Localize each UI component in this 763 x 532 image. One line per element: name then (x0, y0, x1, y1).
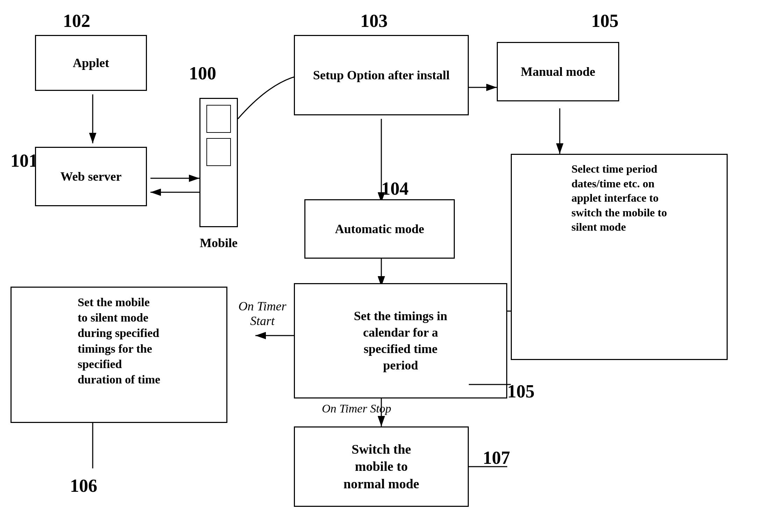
label-105b: 105 (507, 381, 535, 402)
manual-mode-label: Manual mode (521, 64, 595, 80)
label-107: 107 (483, 447, 510, 468)
mobile-label-box: Mobile (185, 231, 252, 255)
box-switch-normal: Switch the mobile to normal mode (294, 426, 469, 507)
mobile-text: Mobile (200, 235, 238, 251)
box-applet: Applet (35, 35, 147, 91)
mobile-screen-bottom (206, 138, 231, 166)
select-time-label: Select time period dates/time etc. on ap… (572, 162, 667, 235)
box-webserver: Web server (35, 147, 147, 206)
label-103: 103 (360, 10, 388, 31)
label-105a: 105 (591, 10, 619, 31)
set-silent-label: Set the mobile to silent mode during spe… (78, 295, 160, 387)
label-102: 102 (63, 10, 90, 31)
box-automatic-mode: Automatic mode (304, 199, 455, 259)
on-timer-stop-label: On Timer Stop (322, 402, 391, 415)
applet-label: Applet (73, 55, 109, 71)
label-100: 100 (189, 63, 216, 84)
set-timings-label: Set the timings in calendar for a specif… (354, 308, 447, 373)
switch-normal-label: Switch the mobile to normal mode (344, 441, 419, 493)
label-104: 104 (381, 178, 409, 199)
label-101: 101 (10, 150, 38, 171)
on-timer-start-label: On Timer Start (231, 299, 294, 328)
diagram: 102 Applet 101 Web server 100 Mobile 103… (0, 0, 763, 532)
box-manual-mode: Manual mode (497, 42, 619, 101)
box-set-timings: Set the timings in calendar for a specif… (294, 283, 507, 398)
mobile-screen-top (206, 105, 231, 133)
webserver-label: Web server (61, 168, 122, 185)
label-106b: 106 (70, 475, 97, 496)
automatic-mode-label: Automatic mode (335, 221, 424, 237)
box-setup-option: Setup Option after install (294, 35, 469, 115)
setup-option-label: Setup Option after install (313, 67, 450, 84)
box-select-time: Select time period dates/time etc. on ap… (511, 154, 728, 360)
box-set-silent: Set the mobile to silent mode during spe… (10, 287, 227, 423)
